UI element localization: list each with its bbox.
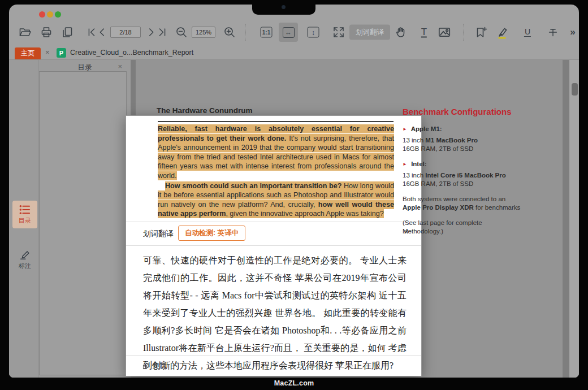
translation-popup: Reliable, fast hardware is absolutely es… xyxy=(126,115,422,376)
close-toc-panel-icon[interactable]: × xyxy=(118,62,122,71)
last-page-icon[interactable] xyxy=(156,26,168,38)
underline-tool-icon[interactable]: U xyxy=(524,28,531,37)
display-notch xyxy=(252,0,315,15)
toolbar-separator xyxy=(463,24,464,41)
print-icon[interactable] xyxy=(40,25,53,39)
pdf-badge: P xyxy=(57,48,66,58)
fit-width-glyph: ↔ xyxy=(283,27,295,38)
pdf-badge-letter: P xyxy=(59,50,63,57)
translation-text: 可靠、快速的硬件对于创造性的工作是绝对必要的。 专业人士来完成他们的工作。因此，… xyxy=(143,252,407,374)
tab-home-label: 主页 xyxy=(21,49,34,58)
add-bookmark-icon[interactable] xyxy=(474,25,488,39)
fit-width-icon[interactable]: ↔ xyxy=(279,23,298,42)
highlighter-icon[interactable] xyxy=(495,25,509,40)
tab-document-title: Creative_Cloud_o...Benchmark_Report xyxy=(70,49,193,57)
document-scrollbar-thumb[interactable] xyxy=(572,83,578,96)
zoom-window-button[interactable] xyxy=(55,11,61,18)
copy-label: 复制 xyxy=(152,361,166,371)
popup-header: 划词翻译 自动检测: 英译中 × xyxy=(126,222,421,245)
triangle-bullet-icon: ► xyxy=(403,127,407,132)
camera-dot xyxy=(282,5,286,9)
hand-tool-icon[interactable] xyxy=(394,25,408,39)
config1-line1: 13 inch M1 MacBook Pro xyxy=(403,136,554,145)
popup-header-divider xyxy=(126,245,421,246)
toc-panel: 目录 × xyxy=(38,60,131,378)
config2-label: Intel: xyxy=(411,161,426,167)
zoom-level-value: 125% xyxy=(196,29,211,36)
laptop-bezel: 2/18 125% 1:1 ↔ xyxy=(0,0,588,390)
tab-home[interactable]: 主页 xyxy=(15,47,41,59)
zoom-out-icon[interactable] xyxy=(175,25,188,39)
sidebar-annotate-label: 标注 xyxy=(19,262,31,269)
tab-bar: 主页 × P Creative_Cloud_o...Benchmark_Repo… xyxy=(9,46,579,60)
config2-line1: 13 inch Intel Core i5 MacBook Pro xyxy=(403,171,554,180)
note2-line2: Methodology.) xyxy=(403,227,554,236)
pencil-icon xyxy=(19,249,31,260)
text-tool-icon[interactable]: T xyxy=(421,27,427,38)
sidebar-toc-label: 目录 xyxy=(19,217,31,224)
note2-line1: (See last page for complete xyxy=(403,219,554,227)
config2-line2: 16GB RAM, 2TB of SSD xyxy=(403,180,554,188)
close-tab-icon[interactable]: × xyxy=(45,48,50,57)
popup-title: 划词翻译 xyxy=(143,229,174,239)
toolbar-separator xyxy=(245,24,246,41)
config1-label: Apple M1: xyxy=(411,125,442,132)
sidebar-item-annotate[interactable]: 标注 xyxy=(12,249,37,270)
triangle-bullet-icon: ► xyxy=(403,162,407,167)
heading-rule xyxy=(158,121,394,122)
minimize-window-button[interactable] xyxy=(47,11,53,18)
strikethrough-tool-icon[interactable] xyxy=(547,26,559,38)
note-line2: Apple Pro Display XDR for benchmarks xyxy=(403,203,554,212)
note-line1: Both systems were connected to an xyxy=(403,195,554,203)
more-tools-icon[interactable]: » xyxy=(570,27,575,38)
copy-button[interactable]: 复制 xyxy=(142,361,166,371)
popup-footer-divider xyxy=(126,355,421,356)
sidebar-rail: 目录 标注 xyxy=(9,60,38,378)
close-window-button[interactable] xyxy=(39,11,45,18)
watermark-label: MacZL.com xyxy=(0,379,588,387)
next-page-icon[interactable] xyxy=(145,26,157,38)
one-to-one-label: 1:1 xyxy=(261,27,273,38)
app-window: 2/18 125% 1:1 ↔ xyxy=(9,5,579,378)
page-edge-shadow xyxy=(563,60,569,378)
fit-height-glyph: ↕ xyxy=(308,27,319,38)
translate-tool-button[interactable]: 划词翻译 xyxy=(349,25,390,40)
selected-source-text: Reliable, fast hardware is absolutely es… xyxy=(158,124,394,219)
document-right-column: Benchmark Configurations ► Apple M1: 13 … xyxy=(403,107,554,236)
tab-document[interactable]: Creative_Cloud_o...Benchmark_Report xyxy=(70,49,193,57)
page-indicator-value: 2/18 xyxy=(119,29,131,36)
toolbar: 2/18 125% 1:1 ↔ xyxy=(9,18,579,46)
panel-scrollbar[interactable] xyxy=(131,60,136,115)
fullscreen-icon[interactable] xyxy=(332,25,345,39)
zoom-in-icon[interactable] xyxy=(223,25,236,39)
underline-glyph: U xyxy=(525,28,530,36)
zoom-level-input[interactable]: 125% xyxy=(192,27,215,38)
config-label: ► Apple M1: xyxy=(403,125,554,134)
copy-icon xyxy=(142,362,150,370)
more-glyph: » xyxy=(570,27,575,38)
open-file-icon[interactable] xyxy=(18,25,32,39)
previous-page-icon[interactable] xyxy=(96,26,109,38)
toc-list-icon xyxy=(19,205,31,215)
app-body: 目录 标注 目录 × xyxy=(9,60,579,378)
sidebar-item-toc[interactable]: 目录 xyxy=(12,201,37,228)
document-scrollbar-track xyxy=(569,60,579,378)
translate-tool-label: 划词翻译 xyxy=(356,28,384,37)
benchmark-heading: Benchmark Configurations xyxy=(403,107,554,116)
image-tool-icon[interactable] xyxy=(437,25,452,40)
fit-height-icon[interactable]: ↕ xyxy=(308,27,319,38)
text-tool-glyph: T xyxy=(421,27,427,37)
page-indicator-input[interactable]: 2/18 xyxy=(110,27,141,38)
config-label: ► Intel: xyxy=(403,160,554,169)
copy-pages-icon[interactable] xyxy=(60,25,74,39)
toc-outline-list[interactable] xyxy=(39,71,127,375)
document-section-heading: The Hardware Conundrum xyxy=(157,106,253,115)
language-detect-button[interactable]: 自动检测: 英译中 xyxy=(178,226,245,241)
config1-line2: 16GB RAM, 2TB of SSD xyxy=(403,145,554,153)
actual-size-icon[interactable]: 1:1 xyxy=(261,27,273,38)
